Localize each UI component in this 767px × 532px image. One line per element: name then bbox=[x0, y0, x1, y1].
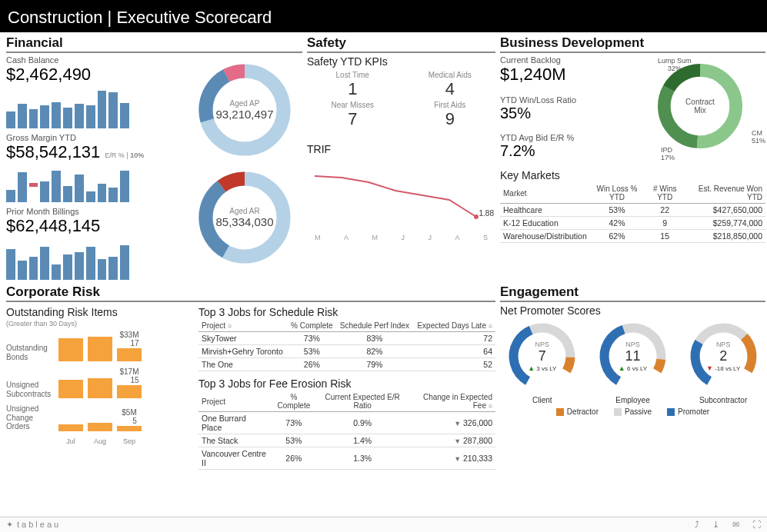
risk-label: Outstanding Bonds bbox=[6, 344, 54, 361]
risk-month: Sep bbox=[117, 437, 142, 445]
table-row[interactable]: Warehouse/Distribution62%15$218,850,000 bbox=[500, 230, 765, 243]
kpi-lost-time-value: 1 bbox=[307, 79, 399, 99]
panel-risk: Corporate Risk Outstanding Risk Items (G… bbox=[6, 284, 495, 470]
aged-ap-donut[interactable]: Aged AP 93,210,497 bbox=[195, 60, 295, 160]
tableau-logo[interactable]: ✦ tableau bbox=[6, 520, 61, 530]
footer-bar: ✦ tableau ⤴ ⤓ ✉ ⛶ bbox=[0, 517, 767, 532]
panel-financial: Financial Cash Balance $2,462,490 bbox=[6, 35, 302, 280]
table-row[interactable]: Vancouver Centre II26%1.3%▼ 210,333 bbox=[198, 447, 495, 470]
nps-legend: Detractor Passive Promoter bbox=[500, 407, 765, 416]
kpi-lost-time-label: Lost Time bbox=[307, 71, 399, 79]
legend-swatch-passive bbox=[614, 408, 622, 416]
triangle-down-icon: ▼ bbox=[706, 364, 713, 372]
panel-safety: Safety Safety YTD KPIs Lost Time1 Medica… bbox=[307, 35, 495, 280]
section-header-bizdev: Business Development bbox=[500, 35, 765, 53]
table-row[interactable]: The Stack53%1.4%▼ 287,800 bbox=[198, 434, 495, 447]
nps-score: 11 bbox=[625, 348, 640, 364]
trif-month: A bbox=[455, 234, 459, 241]
nps-label: Client bbox=[505, 396, 579, 404]
kpi-near-miss-value: 7 bbox=[307, 109, 399, 129]
mix-lump-label: Lump Sum32% bbox=[658, 57, 692, 72]
share-icon[interactable]: ⤴ bbox=[695, 520, 699, 529]
nps-subcontractor[interactable]: NPS 2 ▼ -18 vs LY Subcontractor bbox=[687, 320, 760, 404]
sched-risk-title: Top 3 Jobs for Schedule Risk bbox=[198, 306, 495, 318]
page-title: Construction | Executive Scorecard bbox=[0, 5, 767, 32]
gross-margin-sparkline bbox=[6, 164, 129, 202]
trif-month: M bbox=[315, 234, 321, 241]
trif-month: M bbox=[372, 234, 378, 241]
backlog-label: Current Backlog bbox=[500, 55, 630, 65]
nps-score: 7 bbox=[539, 348, 546, 364]
mix-center-label: Contract Mix bbox=[685, 98, 715, 115]
aged-ap-value: 93,210,497 bbox=[215, 108, 273, 121]
risk-row-change-orders[interactable]: Unsigned Change Orders $5M5 bbox=[6, 404, 191, 431]
trif-month: A bbox=[344, 234, 348, 241]
table-row[interactable]: SkyTower73%83%72 bbox=[198, 332, 495, 345]
aged-ap-label: Aged AP bbox=[230, 99, 260, 108]
kpi-medical-label: Medical Aids bbox=[405, 71, 496, 79]
contract-mix-donut[interactable]: Contract Mix bbox=[654, 60, 746, 152]
winloss-label: YTD Win/Loss Ratio bbox=[500, 95, 630, 105]
fee-risk-title: Top 3 Jobs for Fee Erosion Risk bbox=[198, 377, 495, 390]
mix-cm-label: CM51% bbox=[752, 129, 765, 145]
risk-month: Aug bbox=[88, 437, 112, 445]
download-icon[interactable]: ⤓ bbox=[712, 520, 719, 529]
comment-icon[interactable]: ✉ bbox=[732, 520, 739, 529]
kpi-first-aids-label: First Aids bbox=[405, 101, 496, 109]
avg-er-value: 7.2% bbox=[500, 142, 630, 160]
gross-margin-label: Gross Margin YTD bbox=[6, 133, 181, 142]
col-winloss: Win Loss % YTD bbox=[590, 183, 645, 204]
trif-label: TRIF bbox=[307, 143, 495, 155]
risk-row-subcontracts[interactable]: Unsigned Subcontracts $17M15 bbox=[6, 367, 191, 398]
prior-billings-value: $62,448,145 bbox=[6, 216, 181, 236]
aged-ar-label: Aged AR bbox=[229, 207, 259, 215]
key-markets-table[interactable]: Market Win Loss % YTD # Wins YTD Est. Re… bbox=[500, 183, 765, 243]
prior-billings-sparkline bbox=[6, 238, 129, 280]
nps-employee[interactable]: NPS 11 ▲ 6 vs LY Employee bbox=[596, 320, 669, 404]
sort-icon[interactable]: ≡ bbox=[489, 322, 492, 330]
nps-label: Subcontractor bbox=[687, 396, 760, 404]
risk-month: Jul bbox=[58, 437, 83, 445]
trif-line-chart[interactable]: 1.88 M A M J J A S bbox=[307, 157, 495, 241]
fullscreen-icon[interactable]: ⛶ bbox=[752, 520, 761, 529]
kpi-near-miss-label: Near Misses bbox=[307, 101, 399, 109]
gross-margin-value: $58,542,131 bbox=[6, 142, 100, 162]
col-market: Market bbox=[500, 183, 590, 204]
table-row[interactable]: Mirvish+Gehry Toronto53%82%64 bbox=[198, 345, 495, 358]
section-header-risk: Corporate Risk bbox=[6, 284, 495, 302]
backlog-value: $1,240M bbox=[500, 65, 630, 85]
risk-row-bonds[interactable]: Outstanding Bonds $33M17 bbox=[6, 331, 191, 361]
winloss-value: 35% bbox=[500, 105, 630, 122]
risk-subtitle: Outstanding Risk Items bbox=[6, 306, 191, 318]
trif-end-value: 1.88 bbox=[479, 209, 494, 218]
trif-month: S bbox=[483, 234, 488, 241]
nps-score: 2 bbox=[719, 348, 727, 364]
avg-er-label: YTD Avg Bid E/R % bbox=[500, 133, 630, 142]
cash-balance-value: $2,462,490 bbox=[6, 65, 181, 85]
svg-point-6 bbox=[474, 214, 479, 219]
aged-ar-donut[interactable]: Aged AR 85,334,030 bbox=[195, 168, 295, 268]
sort-icon[interactable]: ≡ bbox=[228, 322, 232, 330]
table-row[interactable]: K-12 Education42%9$259,774,000 bbox=[500, 217, 765, 230]
cash-balance-label: Cash Balance bbox=[6, 55, 181, 65]
safety-subtitle: Safety YTD KPIs bbox=[307, 55, 495, 68]
col-rev: Est. Revenue Won YTD bbox=[685, 183, 765, 204]
trif-month: J bbox=[401, 234, 405, 241]
sort-icon[interactable]: ≡ bbox=[489, 402, 492, 410]
triangle-up-icon: ▲ bbox=[619, 364, 625, 372]
aged-ar-value: 85,334,030 bbox=[215, 215, 273, 228]
nps-client[interactable]: NPS 7 ▲ 3 vs LY Client bbox=[505, 320, 579, 404]
table-row[interactable]: Healthcare53%22$427,650,000 bbox=[500, 204, 765, 217]
table-row[interactable]: One Burrard Place73%0.9%▼ 326,000 bbox=[198, 412, 495, 434]
schedule-risk-table[interactable]: Project ≡ % Complete Schedule Perf Index… bbox=[198, 320, 495, 371]
kpi-medical-value: 4 bbox=[405, 79, 496, 99]
panel-bizdev: Business Development Current Backlog $1,… bbox=[500, 35, 765, 280]
fee-risk-table[interactable]: Project % Complete Current Expected E/R … bbox=[198, 391, 495, 470]
er-pct-label: E/R % | 10% bbox=[105, 151, 144, 159]
legend-swatch-detractor bbox=[556, 408, 564, 416]
risk-subtitle-note: (Greater than 30 Days) bbox=[6, 320, 191, 328]
mix-ipd-label: IPD17% bbox=[661, 146, 675, 161]
prior-billings-label: Prior Month Billings bbox=[6, 207, 181, 216]
panel-engagement: Engagement Net Promoter Scores NPS 7 ▲ 3… bbox=[500, 284, 765, 470]
table-row[interactable]: The One26%79%52 bbox=[198, 358, 495, 371]
